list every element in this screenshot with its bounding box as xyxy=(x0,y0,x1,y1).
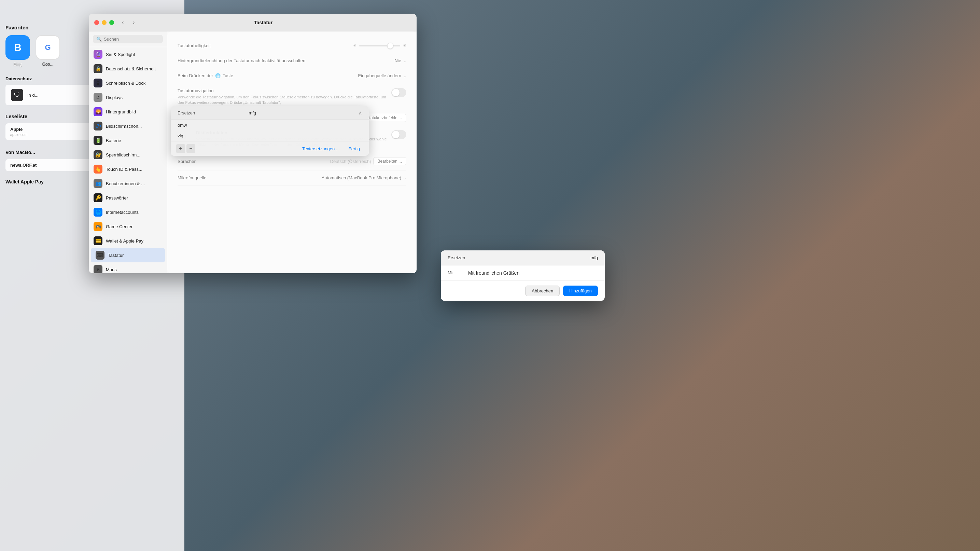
batterie-label: Batterie xyxy=(106,138,121,143)
replacement-row-vlg[interactable]: vlg xyxy=(171,131,369,141)
passwoerter-icon: 🔑 xyxy=(94,193,102,202)
maximize-button[interactable] xyxy=(109,20,114,25)
hintergrundbild-icon: 🌄 xyxy=(94,107,102,116)
wallet-label: Wallet & Apple Pay xyxy=(106,239,143,244)
maus-icon: 🖱 xyxy=(94,265,102,273)
close-button[interactable] xyxy=(94,20,99,25)
sidebar-item-hintergrundbild[interactable]: 🌄 Hintergrundbild xyxy=(89,105,167,119)
internetaccounts-icon: 🌐 xyxy=(94,208,102,217)
sidebar-item-internetaccounts[interactable]: 🌐 Internetaccounts xyxy=(89,205,167,219)
modal-mit-input[interactable] xyxy=(468,270,598,276)
displays-label: Displays xyxy=(106,95,123,100)
sidebar-item-passwoerter[interactable]: 🔑 Passwörter xyxy=(89,191,167,205)
touchid-label: Touch ID & Pass... xyxy=(106,167,142,172)
modal-mit-row: Mit xyxy=(441,266,605,281)
tastatur-label: Tastatur xyxy=(108,253,124,258)
batterie-icon: 🔋 xyxy=(94,136,102,145)
replacement-row-omw[interactable]: omw xyxy=(171,120,369,131)
cancel-button[interactable]: Abbrechen xyxy=(525,285,560,296)
bildschirmschon-icon: 💤 xyxy=(94,122,102,131)
search-bar: 🔍 xyxy=(89,32,167,47)
wallet-icon: 💳 xyxy=(94,236,102,245)
modal-col-mfg: mfg xyxy=(590,255,598,260)
google-icon: G xyxy=(35,35,60,60)
sperrbildschirm-icon: 🔐 xyxy=(94,150,102,159)
title-bar: ‹ › Tastatur xyxy=(89,14,417,32)
modal-mit-label: Mit xyxy=(448,270,468,276)
app-icon-google[interactable]: G Goo... xyxy=(35,35,60,67)
replacement-list: omw vlg xyxy=(171,120,369,141)
sidebar-item-bildschirmschon[interactable]: 💤 Bildschirmschon... xyxy=(89,119,167,133)
forward-button[interactable]: › xyxy=(129,18,138,27)
modal-footer: Abbrechen Hinzufügen xyxy=(441,281,605,301)
search-input[interactable] xyxy=(104,37,159,42)
siri-icon: 🔮 xyxy=(94,50,102,59)
gamecenter-label: Game Center xyxy=(106,224,132,229)
app-icon-bing[interactable]: B Bing xyxy=(5,35,30,67)
replacement-right-actions: Textersetzungen ... Fertig xyxy=(302,145,363,153)
window-title: Tastatur xyxy=(143,20,384,25)
internetaccounts-label: Internetaccounts xyxy=(106,210,138,215)
google-label: Goo... xyxy=(42,62,54,67)
tastatur-icon: ⌨ xyxy=(95,251,105,260)
replacement-panel-header: Ersetzen mfg ∧ xyxy=(171,106,369,120)
bing-label: Bing xyxy=(14,62,22,67)
sidebar-item-maus[interactable]: 🖱 Maus xyxy=(89,262,167,273)
nav-arrows: ‹ › xyxy=(118,18,138,27)
replacement-header-right: mfg ∧ xyxy=(248,110,362,115)
omw-label: omw xyxy=(178,123,187,128)
sidebar-item-batterie[interactable]: 🔋 Batterie xyxy=(89,133,167,148)
bildschirmschon-label: Bildschirmschon... xyxy=(106,124,142,129)
maus-label: Maus xyxy=(106,267,117,272)
hinzufuegen-button[interactable]: Hinzufügen xyxy=(563,285,598,296)
sidebar-item-siri[interactable]: 🔮 Siri & Spotlight xyxy=(89,47,167,62)
bing-icon: B xyxy=(5,35,30,60)
schreibtisch-icon: 🖥 xyxy=(94,78,102,88)
chevron-up-icon[interactable]: ∧ xyxy=(358,110,362,115)
sidebar-item-wallet[interactable]: 💳 Wallet & Apple Pay xyxy=(89,234,167,248)
fertig-button[interactable]: Fertig xyxy=(345,145,363,153)
datenschutz-label: Datenschutz & Sicherheit xyxy=(106,66,156,72)
replacement-panel: Ersetzen mfg ∧ omw vlg + − Textersetzung… xyxy=(171,106,369,156)
preferences-sidebar: 🔍 🔮 Siri & Spotlight 🔒 Datenschutz & Sic… xyxy=(89,32,167,273)
vlg-label: vlg xyxy=(178,133,183,139)
siri-label: Siri & Spotlight xyxy=(106,52,135,57)
sidebar-item-tastatur[interactable]: ⌨ Tastatur xyxy=(91,248,165,262)
replacement-actions: + − xyxy=(176,144,195,153)
replacement-footer: + − Textersetzungen ... Fertig xyxy=(171,141,369,156)
datenschutz-icon: 🔒 xyxy=(94,64,102,73)
modal-header: Ersetzen mfg xyxy=(441,250,605,266)
col-mfg-value: mfg xyxy=(248,110,256,115)
sidebar-item-gamecenter[interactable]: 🎮 Game Center xyxy=(89,219,167,234)
gamecenter-icon: 🎮 xyxy=(94,222,102,231)
sperrbildschirm-label: Sperrbildschirm... xyxy=(106,152,140,158)
sidebar-item-datenschutz[interactable]: 🔒 Datenschutz & Sicherheit xyxy=(89,62,167,76)
col-ersetzen-header: Ersetzen xyxy=(178,110,195,115)
sidebar-item-touchid[interactable]: 👆 Touch ID & Pass... xyxy=(89,162,167,176)
add-replacement-modal: Ersetzen mfg Mit Abbrechen Hinzufügen xyxy=(441,250,605,301)
traffic-lights xyxy=(94,20,114,25)
search-input-wrap: 🔍 xyxy=(93,35,163,43)
sidebar-item-sperrbildschirm[interactable]: 🔐 Sperrbildschirm... xyxy=(89,148,167,162)
hintergrundbild-label: Hintergrundbild xyxy=(106,109,136,115)
remove-replacement-button[interactable]: − xyxy=(186,144,195,153)
privacy-shield-icon: 🛡 xyxy=(11,89,23,101)
back-button[interactable]: ‹ xyxy=(118,18,128,27)
sidebar-item-schreibtisch[interactable]: 🖥 Schreibtisch & Dock xyxy=(89,76,167,90)
textersetzungen-button[interactable]: Textersetzungen ... xyxy=(302,145,340,153)
minimize-button[interactable] xyxy=(102,20,107,25)
displays-icon: 🖥 xyxy=(94,93,102,102)
touchid-icon: 👆 xyxy=(94,165,102,174)
passwoerter-label: Passwörter xyxy=(106,195,128,201)
schreibtisch-label: Schreibtisch & Dock xyxy=(106,81,145,86)
sidebar-item-displays[interactable]: 🖥 Displays xyxy=(89,90,167,105)
modal-col-ersetzen: Ersetzen xyxy=(448,255,465,260)
benutzer-icon: 👥 xyxy=(94,179,102,188)
add-replacement-button[interactable]: + xyxy=(176,144,185,153)
search-icon: 🔍 xyxy=(96,37,102,42)
benutzer-label: Benutzer:innen & ... xyxy=(106,181,145,186)
sidebar-item-benutzer[interactable]: 👥 Benutzer:innen & ... xyxy=(89,176,167,191)
